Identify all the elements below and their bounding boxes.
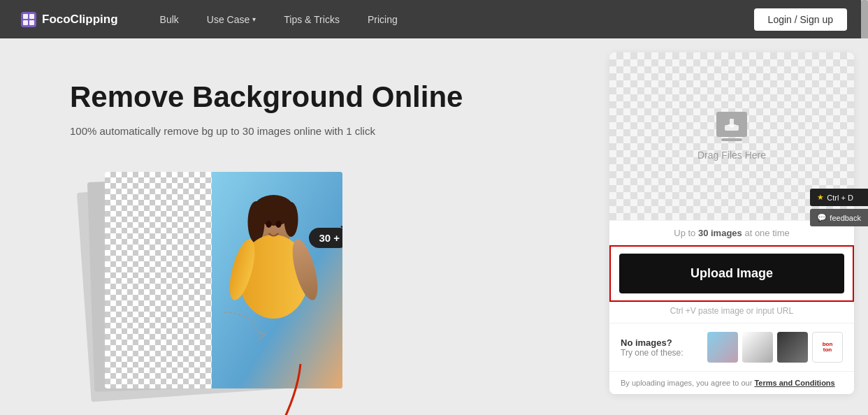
checker-background: [105, 172, 224, 388]
svg-rect-4: [29, 20, 34, 25]
limit-count: 30 images: [698, 228, 742, 238]
red-arrow-svg: [259, 357, 314, 415]
float-buttons: ★ Ctrl + D 💬 feedback: [810, 189, 868, 226]
svg-point-8: [248, 201, 265, 243]
chat-icon: 💬: [817, 213, 827, 222]
bookmark-button[interactable]: ★ Ctrl + D: [810, 189, 868, 206]
arrow-svg: [217, 305, 287, 361]
no-images-row: No images? Try one of these: bonton: [609, 323, 854, 371]
nav-use-case[interactable]: Use Case ▾: [193, 0, 270, 38]
tray-icon: [724, 118, 739, 131]
svg-rect-19: [730, 119, 734, 125]
no-images-text: No images? Try one of these:: [621, 337, 683, 358]
login-button[interactable]: Login / Sign up: [754, 8, 847, 31]
nav-tips-tricks[interactable]: Tips & Tricks: [270, 0, 354, 38]
terms-link[interactable]: Terms and Conditions: [754, 379, 834, 387]
svg-rect-2: [29, 14, 34, 19]
thirty-plus-badge: 30 +: [309, 228, 342, 248]
logo[interactable]: FocoClipping: [21, 12, 118, 27]
svg-rect-3: [23, 20, 28, 25]
svg-rect-1: [23, 14, 28, 19]
paste-hint: Ctrl +V paste image or input URL: [609, 302, 854, 323]
arrow-container: [217, 305, 287, 364]
svg-point-14: [276, 221, 282, 228]
nav-links: Bulk Use Case ▾ Tips & Tricks Pricing: [146, 0, 754, 38]
svg-line-16: [257, 335, 266, 340]
feedback-button[interactable]: 💬 feedback: [810, 209, 868, 226]
main-content: Remove Background Online 100% automatica…: [0, 38, 868, 415]
chevron-down-icon: ▾: [252, 15, 256, 23]
terms-row: By uploading images, you agree to our Te…: [609, 371, 854, 394]
sample-thumbs: bonton: [707, 332, 843, 363]
svg-point-13: [266, 221, 272, 228]
upload-image-button[interactable]: Upload Image: [619, 254, 844, 293]
nav-pricing[interactable]: Pricing: [354, 0, 412, 38]
right-section: Drag Files Here Up to 30 images at one t…: [595, 38, 868, 415]
sample-thumb-1[interactable]: [707, 332, 738, 363]
sample-thumb-3[interactable]: [777, 332, 808, 363]
logo-icon: [21, 12, 36, 27]
svg-line-15: [257, 332, 266, 335]
no-images-sub: Try one of these:: [621, 348, 683, 358]
hero-title: Remove Background Online: [70, 80, 567, 114]
drag-text: Drag Files Here: [697, 150, 766, 161]
sample-thumb-4[interactable]: bonton: [812, 332, 843, 363]
scrollbar[interactable]: [861, 0, 868, 38]
logo-text: FocoClipping: [42, 13, 118, 27]
scrollbar-thumb[interactable]: [861, 0, 868, 42]
nav-bulk[interactable]: Bulk: [146, 0, 193, 38]
left-section: Remove Background Online 100% automatica…: [0, 38, 595, 415]
svg-point-9: [284, 202, 298, 237]
download-icon: [716, 112, 747, 137]
sample-thumb-2[interactable]: [742, 332, 773, 363]
demo-area: 30 +: [70, 165, 363, 402]
hero-subtitle: 100% automatically remove bg up to 30 im…: [70, 125, 567, 137]
navbar: FocoClipping Bulk Use Case ▾ Tips & Tric…: [0, 0, 868, 38]
no-images-title: No images?: [621, 337, 683, 348]
star-icon: ★: [817, 193, 824, 202]
upload-button-wrapper: Upload Image: [609, 245, 854, 302]
